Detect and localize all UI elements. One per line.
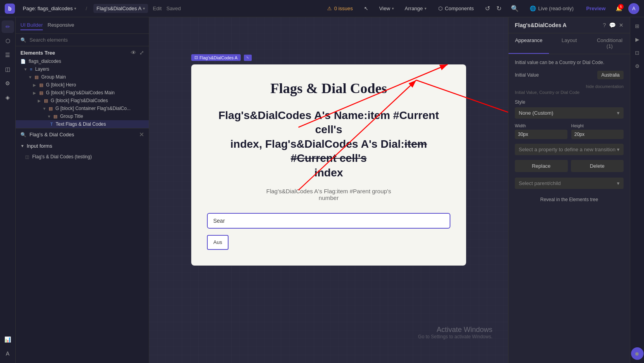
height-value[interactable]: 20px <box>571 130 624 139</box>
arrange-menu[interactable]: Arrange ▾ <box>402 4 430 13</box>
components-button[interactable]: ⬡ Components <box>434 4 478 13</box>
sub-canvas-text: Flag's&DialCodes A's Flag:item #Parent g… <box>207 188 450 201</box>
preview-button[interactable]: Preview <box>582 4 609 13</box>
edge-icon-3[interactable]: ⊡ <box>632 47 643 58</box>
main-layout: ✏ ⬡ ☰ ◫ ⚙ ◈ 📊 A UI Builder Responsive 🔍 … <box>0 17 644 363</box>
tree-item-flags[interactable]: ▶ ▤ G [block] Flag's&DialCodes <box>16 97 149 104</box>
tab-ui-builder[interactable]: UI Builder <box>20 20 43 30</box>
tab-conditional[interactable]: Conditional (1) <box>589 33 630 54</box>
edge-icon-settings[interactable]: ⚙ <box>632 60 643 72</box>
flag-box[interactable]: Aus <box>207 235 229 250</box>
tree-item-hero[interactable]: ▶ ▤ G [block] Hero <box>16 81 149 89</box>
page-label: Page: flags_dialcodes <box>23 6 73 11</box>
tab-responsive[interactable]: Responsive <box>48 20 74 30</box>
notif-count: 5 <box>618 4 624 9</box>
dimensions-row: Width 30px Height 20px <box>515 123 624 139</box>
tree-item-container[interactable]: ▼ ▤ G [block] Container Flag's&DialCo... <box>16 104 149 112</box>
user-avatar[interactable]: A <box>628 3 639 14</box>
page-chevron-icon: ▾ <box>74 6 76 11</box>
separator: / <box>86 6 87 11</box>
layers-icon: ≡ <box>30 67 32 72</box>
reveal-button[interactable]: Reveal in the Elements tree <box>515 194 624 205</box>
sidebar-item-user[interactable]: A <box>2 347 14 360</box>
sidebar-item-analytics[interactable]: 📊 <box>2 333 14 346</box>
replace-button[interactable]: Replace <box>515 160 568 172</box>
input-forms-header[interactable]: ▼ Input forms <box>16 141 149 151</box>
right-edge-panel: ⊞ ▶ ⊡ ⚙ ⏺ <box>630 17 644 363</box>
bottom-search-input[interactable] <box>29 132 144 138</box>
frame-tag[interactable]: ⊡ Flag's&DialCodes A <box>191 54 241 61</box>
help-icon[interactable]: ? <box>603 22 606 28</box>
clear-search-icon[interactable]: ✕ <box>139 131 144 138</box>
frame-selector[interactable]: Flag's&DialCodes A ▾ <box>93 4 148 13</box>
search-input-canvas[interactable]: Sear <box>207 213 450 229</box>
arrow-icon: ▼ <box>47 114 51 119</box>
redo-button[interactable]: ↻ <box>494 3 504 14</box>
group-icon: ▤ <box>39 82 43 88</box>
tree-item-text-flags[interactable]: T Text Flags & Dial Codes <box>16 120 149 128</box>
globe-icon: 🌐 <box>530 6 536 11</box>
comment-icon[interactable]: 💬 <box>609 22 616 28</box>
issues-button[interactable]: ⚠ 0 issues <box>324 4 356 13</box>
transition-placeholder: Select a property to define a new transi… <box>519 147 615 152</box>
edge-icon-record[interactable]: ⏺ <box>631 347 644 360</box>
search-button[interactable]: 🔍 <box>509 3 521 14</box>
list-item-flags-testing[interactable]: ◫ Flag's & Dial Codes (testing) <box>16 152 149 161</box>
eye-icon[interactable]: 👁 <box>131 50 136 56</box>
icon-sidebar: ✏ ⬡ ☰ ◫ ⚙ ◈ 📊 A <box>0 17 16 363</box>
resize-handle[interactable]: ⤡ <box>244 55 252 61</box>
initial-value-row: Initial Value Australia <box>515 71 624 79</box>
sidebar-item-plugins[interactable]: ⚙ <box>2 77 14 90</box>
tab-layout[interactable]: Layout <box>549 33 589 54</box>
sidebar-item-database[interactable]: ◫ <box>2 63 14 75</box>
right-panel-body: Initial value can be a Country or Dial C… <box>509 54 630 363</box>
sidebar-item-pages[interactable]: ☰ <box>2 49 14 61</box>
notifications-button[interactable]: 🔔 5 <box>614 4 624 13</box>
close-icon[interactable]: ✕ <box>619 22 624 28</box>
edge-icon-1[interactable]: ⊞ <box>632 20 643 31</box>
tree-item-group-main[interactable]: ▼ ▤ Group Main <box>16 73 149 81</box>
view-menu[interactable]: View ▾ <box>376 4 397 13</box>
hide-doc-link[interactable]: hide documentation <box>586 84 624 89</box>
page-frame[interactable]: ⊡ Flag's&DialCodes A ⤡ Flags & Dial Code… <box>191 64 466 266</box>
tree-item-layers[interactable]: ▼ ≡ Layers <box>16 65 149 73</box>
style-select-arrow-icon: ▾ <box>617 110 620 116</box>
undo-button[interactable]: ↺ <box>483 3 492 14</box>
main-canvas-text: Flag's&DialCodes A's Name:item #Current … <box>207 108 450 180</box>
search-icon: 🔍 <box>20 37 26 43</box>
expand-icon[interactable]: ⤢ <box>139 50 144 56</box>
group-icon: ▤ <box>39 90 43 95</box>
bottom-search-section: 🔍 ✕ ▼ Input forms ◫ Flag's & Dial Codes … <box>16 128 149 162</box>
group-icon: ▤ <box>49 106 53 111</box>
text-icon: T <box>50 122 53 126</box>
sidebar-item-settings[interactable]: ◈ <box>2 91 14 104</box>
arrow-icon: ▶ <box>33 83 37 87</box>
sidebar-item-ui-builder[interactable]: ✏ <box>2 20 14 33</box>
edge-icon-2[interactable]: ▶ <box>632 34 643 45</box>
elements-tree: 📄 flags_dialcodes ▼ ≡ Layers ▼ ▤ Group M… <box>16 57 149 128</box>
live-button[interactable]: 🌐 Live (read-only) <box>526 4 578 13</box>
transition-select[interactable]: Select a property to define a new transi… <box>515 144 624 155</box>
parent-child-select[interactable]: Select parent/child ▾ <box>515 178 624 189</box>
width-field: Width 30px <box>515 123 567 139</box>
width-value[interactable]: 30px <box>515 130 567 139</box>
style-select[interactable]: None (Custom) ▾ <box>515 107 624 119</box>
component-icon: ◫ <box>25 154 29 160</box>
tree-item-group-title[interactable]: ▼ ▤ Group Title <box>16 112 149 120</box>
tree-item-flags-main[interactable]: ▶ ▤ G [block] Flag's&DialCodes Main <box>16 89 149 97</box>
search-area: Sear <box>207 213 450 229</box>
sidebar-item-nodes[interactable]: ⬡ <box>2 35 14 47</box>
resize-icon: ⤡ <box>246 56 249 59</box>
tree-item-root[interactable]: 📄 flags_dialcodes <box>16 57 149 65</box>
style-value: None (Custom) <box>519 110 553 116</box>
cube-icon: ⬡ <box>438 6 443 11</box>
saved-label: Saved <box>166 6 181 11</box>
right-panel: Flag's&DialCodes A ? 💬 ✕ Appearance Layo… <box>508 17 630 363</box>
page-selector[interactable]: Page: flags_dialcodes ▾ <box>20 4 79 13</box>
frame-chevron-icon: ▾ <box>143 6 145 11</box>
cursor-tool-button[interactable]: ↖ <box>361 4 371 13</box>
delete-button[interactable]: Delete <box>571 160 624 172</box>
initial-value-field[interactable]: Australia <box>597 71 624 79</box>
search-input[interactable] <box>29 37 144 43</box>
tab-appearance[interactable]: Appearance <box>509 33 549 54</box>
